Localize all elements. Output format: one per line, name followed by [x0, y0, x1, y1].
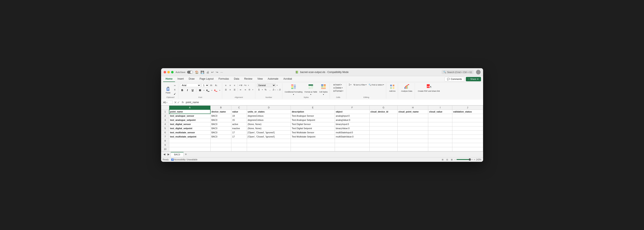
cell-r10-c8[interactable] — [398, 147, 428, 151]
cell-r3-c1[interactable]: test_analogue_setpoint — [169, 118, 210, 122]
align-top-center-button[interactable]: ≡ — [228, 84, 232, 87]
sort-filter-button[interactable]: ⇅ Sort & Filter ▾ — [352, 84, 368, 86]
cell-r3-c2[interactable]: BAC0 — [210, 118, 231, 122]
cell-r6-c2[interactable]: BAC0 — [210, 130, 231, 134]
cell-r9-c3[interactable] — [231, 143, 247, 147]
cell-r8-c3[interactable] — [231, 139, 247, 143]
cell-r1-c7[interactable]: cloud_device_id — [370, 110, 398, 114]
table-row[interactable]: 2test_analogue_sensorBAC019degreesCelsiu… — [161, 114, 483, 118]
cell-r8-c8[interactable] — [398, 139, 428, 143]
table-row[interactable]: 8 — [161, 139, 483, 143]
cell-r6-c4[interactable]: ['Open', 'Closed', 'Ignored'] — [247, 130, 291, 134]
cell-r4-c1[interactable]: test_digital_sensor — [169, 122, 210, 126]
col-header-a[interactable]: A — [169, 106, 210, 110]
more-icon[interactable]: ··· — [220, 70, 223, 74]
insert-dropdown[interactable]: ▾ — [341, 84, 342, 86]
paste-button[interactable]: Paste — [164, 85, 172, 94]
row-header-8[interactable]: 8 — [161, 139, 169, 143]
cell-r2-c10[interactable] — [452, 114, 483, 118]
sheet-nav-right[interactable]: ▶ — [166, 152, 171, 156]
cell-r2-c6[interactable]: analogInput:0 — [335, 114, 370, 118]
table-row[interactable]: 9 — [161, 143, 483, 147]
decrease-decimal-button[interactable]: ←.0 — [277, 88, 281, 92]
cell-r4-c4[interactable]: (None, None) — [247, 122, 291, 126]
cell-r7-c5[interactable]: Test Multistate Setpoint — [291, 134, 335, 139]
cell-r9-c10[interactable] — [452, 143, 483, 147]
wrap-text-button[interactable]: ↵⊞ — [239, 84, 243, 87]
cell-r1-c5[interactable]: description — [291, 110, 335, 114]
row-header-9[interactable]: 9 — [161, 143, 169, 147]
font-color-button[interactable]: A▁ — [214, 88, 218, 92]
tab-data[interactable]: Data — [231, 76, 242, 82]
cell-r10-c6[interactable] — [335, 147, 370, 151]
tab-acrobat[interactable]: Acrobat — [281, 76, 294, 82]
profile-avatar[interactable] — [476, 70, 480, 74]
cell-r9-c7[interactable] — [370, 143, 398, 147]
cell-r1-c9[interactable]: cloud_value — [428, 110, 452, 114]
row-header-6[interactable]: 6 — [161, 130, 169, 134]
percent-button[interactable]: % — [264, 88, 268, 92]
row-header-7[interactable]: 7 — [161, 134, 169, 139]
cell-r1-c1[interactable]: point_name — [169, 110, 210, 114]
borders-dropdown[interactable]: ▾ — [203, 88, 205, 92]
cell-r5-c3[interactable]: inactive — [231, 126, 247, 130]
cell-r3-c10[interactable] — [452, 118, 483, 122]
delete-button[interactable]: ⊖ Delete ▾ — [332, 86, 344, 89]
cell-r4-c7[interactable] — [370, 122, 398, 126]
cell-r10-c9[interactable] — [428, 147, 452, 151]
cell-ref-dropdown[interactable]: ▾ — [166, 102, 167, 103]
cell-r7-c1[interactable]: test_multistate_setpoint — [169, 134, 210, 139]
cell-r4-c2[interactable]: BAC0 — [210, 122, 231, 126]
zoom-minus-icon[interactable]: − — [454, 158, 456, 161]
cell-r1-c8[interactable]: cloud_point_name — [398, 110, 428, 114]
zoom-plus-icon[interactable]: + — [474, 158, 475, 161]
cell-r6-c9[interactable] — [428, 130, 452, 134]
align-right-button[interactable]: ☰ — [232, 88, 237, 92]
cell-reference-box[interactable]: A1 ▾ — [162, 101, 173, 104]
cell-r6-c6[interactable]: multiStateInput:0 — [335, 130, 370, 134]
borders-button[interactable]: ⊞ — [198, 88, 202, 92]
cell-r5-c7[interactable] — [370, 126, 398, 130]
addins-button[interactable]: Add-ins — [388, 84, 397, 93]
cell-r2-c8[interactable] — [398, 114, 428, 118]
align-center-button[interactable]: ≡ — [228, 88, 232, 92]
cell-r8-c4[interactable] — [247, 139, 291, 143]
cell-r10-c10[interactable] — [452, 147, 483, 151]
cell-r5-c4[interactable]: (None, None) — [247, 126, 291, 130]
sheet-nav-left[interactable]: ◀ — [162, 152, 166, 156]
table-row[interactable]: 1point_namedevice_namevalueunits_or_stat… — [161, 110, 483, 114]
col-header-g[interactable]: G — [370, 106, 398, 110]
cell-r10-c3[interactable] — [231, 147, 247, 151]
cell-r3-c3[interactable]: 15 — [231, 118, 247, 122]
tab-page-layout[interactable]: Page Layout — [197, 76, 216, 82]
row-header-2[interactable]: 2 — [161, 114, 169, 118]
number-format-selector[interactable]: General — [257, 84, 276, 87]
cell-r4-c3[interactable]: active — [231, 122, 247, 126]
home-icon[interactable]: 🏠 — [195, 70, 198, 74]
cell-r8-c9[interactable] — [428, 139, 452, 143]
cell-r1-c3[interactable]: value — [231, 110, 247, 114]
format-button[interactable]: ⊟ Format ▾ — [332, 90, 344, 92]
cell-r10-c7[interactable] — [370, 147, 398, 151]
sum-dropdown[interactable]: ▾ — [350, 84, 351, 86]
tab-view[interactable]: View — [255, 76, 265, 82]
cell-r5-c10[interactable] — [452, 126, 483, 130]
format-dropdown[interactable]: ▾ — [342, 90, 343, 92]
find-select-button[interactable]: 🔍 Find & Select ▾ — [368, 84, 385, 86]
accounting-dropdown[interactable]: ▾ — [261, 88, 264, 92]
undo-button[interactable]: ↩ — [211, 70, 214, 74]
sum-button[interactable]: Σ ▾ — [348, 84, 352, 86]
row-header-1[interactable]: 1 — [161, 110, 169, 114]
cell-r3-c5[interactable]: Test Analogue Setpoint — [291, 118, 335, 122]
underline-button[interactable]: U — [190, 88, 195, 92]
cell-r10-c5[interactable] — [291, 147, 335, 151]
cell-r8-c6[interactable] — [335, 139, 370, 143]
italic-button[interactable]: I — [185, 88, 190, 92]
col-header-h[interactable]: H — [398, 106, 428, 110]
cell-r10-c4[interactable] — [247, 147, 291, 151]
cell-r7-c10[interactable] — [452, 134, 483, 139]
cell-r7-c9[interactable] — [428, 134, 452, 139]
fill-color-button[interactable]: A▁ — [206, 88, 210, 92]
delete-dropdown[interactable]: ▾ — [342, 87, 342, 89]
page-layout-view-button[interactable]: ⊟ — [445, 158, 449, 161]
